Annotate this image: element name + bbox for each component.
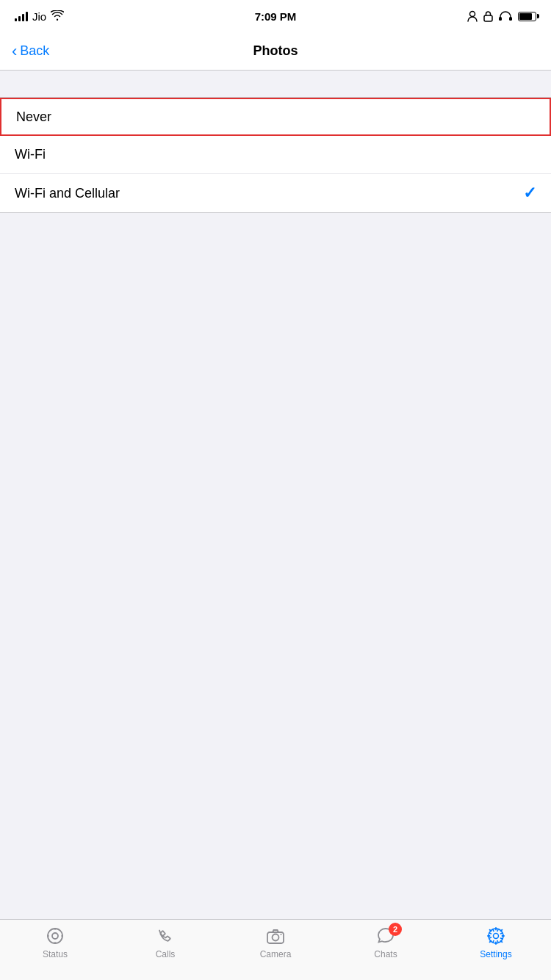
tab-chats-label: Chats [374, 949, 397, 959]
svg-rect-2 [499, 17, 502, 21]
signal-bar-4 [26, 12, 28, 21]
option-wifi-label: Wi-Fi [15, 147, 46, 162]
status-bar-right [467, 10, 536, 22]
tab-status-label: Status [43, 949, 68, 959]
chats-badge: 2 [389, 923, 402, 936]
back-button[interactable]: ‹ Back [12, 43, 49, 60]
option-never-label: Never [16, 109, 51, 125]
svg-point-4 [48, 929, 62, 943]
status-bar: Jio 7:09 PM [0, 0, 551, 32]
tab-status[interactable]: Status [0, 926, 110, 959]
tab-settings-label: Settings [480, 949, 511, 959]
svg-rect-1 [484, 15, 492, 21]
settings-icon [486, 926, 506, 946]
option-wifi-cellular[interactable]: Wi-Fi and Cellular ✓ [0, 174, 551, 212]
svg-point-8 [47, 935, 48, 937]
svg-point-7 [54, 942, 56, 943]
status-bar-left: Jio [15, 10, 64, 23]
tab-settings[interactable]: Settings [441, 926, 551, 959]
gray-background [0, 213, 551, 727]
carrier-name: Jio [32, 10, 46, 23]
svg-point-9 [61, 935, 62, 937]
signal-bar-3 [22, 14, 24, 21]
battery-fill [519, 13, 532, 20]
page-title: Photos [253, 43, 298, 59]
back-chevron-icon: ‹ [12, 43, 17, 60]
camera-icon [265, 926, 286, 946]
tab-chats[interactable]: 2 Chats [331, 926, 441, 959]
section-gap [0, 71, 551, 97]
svg-point-5 [52, 933, 58, 939]
tab-calls-label: Calls [156, 949, 176, 959]
back-label: Back [20, 43, 49, 59]
svg-point-11 [273, 934, 279, 941]
option-wifi[interactable]: Wi-Fi [0, 136, 551, 174]
svg-point-14 [494, 934, 499, 939]
options-list: Never Wi-Fi Wi-Fi and Cellular ✓ [0, 97, 551, 213]
status-icon [45, 926, 65, 946]
option-never[interactable]: Never [0, 98, 551, 136]
headphones-icon [499, 11, 512, 21]
battery-icon [518, 12, 536, 21]
status-bar-time: 7:09 PM [255, 10, 297, 23]
signal-bar-1 [15, 18, 17, 21]
tab-camera[interactable]: Camera [220, 926, 331, 959]
checkmark-icon: ✓ [523, 184, 536, 203]
tab-calls[interactable]: Calls [110, 926, 220, 959]
tab-bar: Status Calls Camera 2 Chats [0, 919, 551, 980]
nav-bar: ‹ Back Photos [0, 32, 551, 71]
signal-bar-2 [18, 16, 21, 21]
tab-camera-label: Camera [260, 949, 292, 959]
option-wifi-cellular-label: Wi-Fi and Cellular [15, 186, 120, 201]
svg-point-0 [470, 12, 475, 17]
svg-rect-3 [509, 17, 512, 21]
svg-point-6 [54, 928, 56, 929]
wifi-icon [51, 10, 64, 23]
svg-point-12 [281, 934, 282, 935]
signal-bars [15, 11, 28, 21]
calls-icon [155, 926, 176, 946]
person-icon [467, 10, 478, 22]
lock-icon [483, 10, 493, 22]
